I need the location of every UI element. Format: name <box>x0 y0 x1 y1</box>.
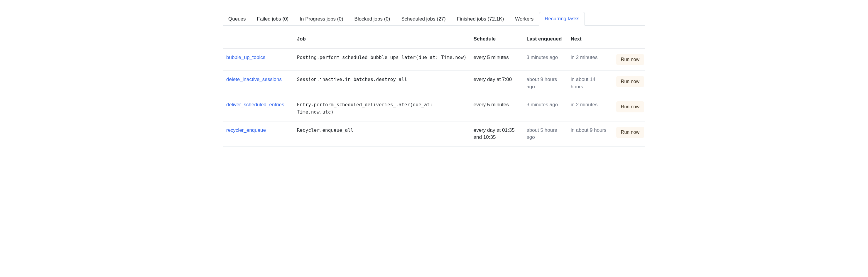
table-row: recycler_enqueueRecycler.enqueue_allever… <box>223 121 645 147</box>
col-header-last: Last enqueued <box>523 31 567 49</box>
task-next: in about 9 hours <box>567 121 611 147</box>
task-schedule: every 5 minutes <box>470 96 523 121</box>
col-header-job: Job <box>293 31 470 49</box>
run-now-button[interactable]: Run now <box>616 101 644 113</box>
tab-finished-jobs-72-1k[interactable]: Finished jobs (72.1K) <box>451 12 510 26</box>
job-command: Entry.perform_scheduled_deliveries_later… <box>297 102 433 115</box>
job-command: Session.inactive.in_batches.destroy_all <box>297 76 407 82</box>
tab-queues[interactable]: Queues <box>223 12 251 26</box>
task-link[interactable]: recycler_enqueue <box>226 127 266 133</box>
task-link[interactable]: deliver_scheduled_entries <box>226 102 284 107</box>
recurring-tasks-table: Job Schedule Last enqueued Next bubble_u… <box>223 31 645 147</box>
task-schedule: every day at 7:00 <box>470 71 523 96</box>
task-last-enqueued: about 5 hours ago <box>523 121 567 147</box>
job-command: Recycler.enqueue_all <box>297 127 353 133</box>
tab-recurring-tasks[interactable]: Recurring tasks <box>539 12 585 26</box>
col-header-name <box>223 31 293 49</box>
tab-bar: QueuesFailed jobs (0)In Progress jobs (0… <box>223 12 645 26</box>
col-header-action <box>611 31 645 49</box>
task-last-enqueued: 3 minutes ago <box>523 49 567 71</box>
tab-blocked-jobs-0[interactable]: Blocked jobs (0) <box>349 12 396 26</box>
table-row: delete_inactive_sessionsSession.inactive… <box>223 71 645 96</box>
task-next: in about 14 hours <box>567 71 611 96</box>
run-now-button[interactable]: Run now <box>616 54 644 65</box>
run-now-button[interactable]: Run now <box>616 127 644 138</box>
col-header-next: Next <box>567 31 611 49</box>
task-next: in 2 minutes <box>567 96 611 121</box>
task-link[interactable]: bubble_up_topics <box>226 55 265 60</box>
tab-failed-jobs-0[interactable]: Failed jobs (0) <box>251 12 294 26</box>
tab-scheduled-jobs-27[interactable]: Scheduled jobs (27) <box>396 12 451 26</box>
task-schedule: every day at 01:35 and 10:35 <box>470 121 523 147</box>
col-header-schedule: Schedule <box>470 31 523 49</box>
table-row: bubble_up_topicsPosting.perform_schedule… <box>223 49 645 71</box>
task-last-enqueued: 3 minutes ago <box>523 96 567 121</box>
run-now-button[interactable]: Run now <box>616 76 644 87</box>
task-schedule: every 5 minutes <box>470 49 523 71</box>
tab-in-progress-jobs-0[interactable]: In Progress jobs (0) <box>294 12 349 26</box>
tab-workers[interactable]: Workers <box>509 12 539 26</box>
task-link[interactable]: delete_inactive_sessions <box>226 76 282 82</box>
job-command: Posting.perform_scheduled_bubble_ups_lat… <box>297 55 467 60</box>
table-row: deliver_scheduled_entriesEntry.perform_s… <box>223 96 645 121</box>
task-next: in 2 minutes <box>567 49 611 71</box>
task-last-enqueued: about 9 hours ago <box>523 71 567 96</box>
